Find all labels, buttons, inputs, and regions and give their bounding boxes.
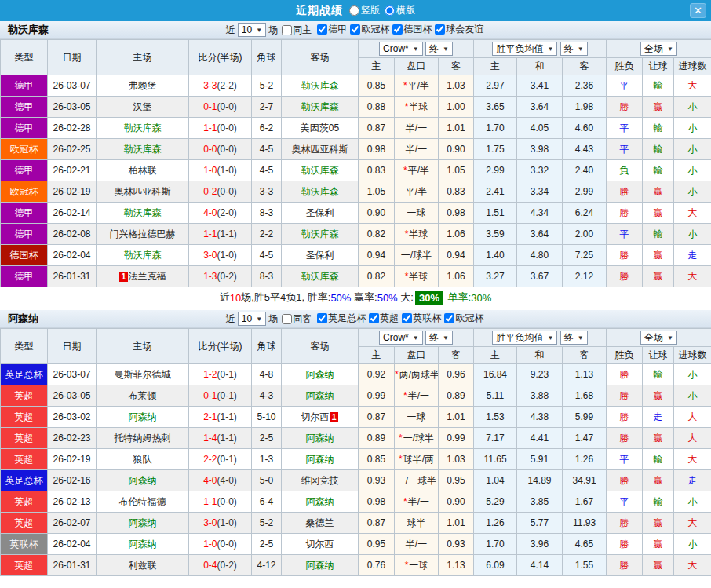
odds-stage-select[interactable]: 终▼ (425, 42, 453, 56)
radio-vertical-label[interactable]: 竖版 (361, 4, 380, 17)
cell-avg-win: 3.59 (474, 224, 517, 245)
team-name[interactable]: 阿森纳 (129, 411, 157, 422)
chevron-down-icon: ▼ (667, 43, 673, 55)
league-checkbox[interactable] (317, 313, 327, 323)
team-name[interactable]: 切尔西 (306, 539, 334, 550)
close-button[interactable]: ✕ (690, 3, 706, 18)
games-count-select[interactable]: 10 ▼ (238, 23, 266, 37)
league-filter[interactable]: 德甲 (315, 23, 347, 36)
team-name[interactable]: 勒沃库森 (124, 207, 162, 218)
same-venue-filter[interactable]: 同客 (280, 312, 312, 326)
chevron-down-icon: ▼ (413, 332, 419, 344)
team-name[interactable]: 柏林联 (129, 165, 157, 176)
cell-result: 勝 (607, 245, 643, 266)
team-name[interactable]: 阿森纳 (306, 560, 334, 571)
radio-horizontal-layout[interactable] (385, 5, 395, 16)
team-name[interactable]: 美因茨05 (301, 122, 339, 133)
league-checkbox[interactable] (444, 313, 454, 323)
wdl-stage-select[interactable]: 终▼ (560, 42, 588, 56)
odds-stage-select[interactable]: 终▼ (425, 331, 453, 345)
team-name[interactable]: 勒沃库森 (301, 101, 339, 112)
cell-away-team: 勒沃库森 (282, 97, 359, 118)
team-name[interactable]: 阿森纳 (129, 475, 157, 486)
team-name[interactable]: 勒沃库森 (301, 80, 339, 91)
league-filter[interactable]: 欧冠杯 (348, 23, 389, 36)
team-name[interactable]: 阿森纳 (129, 539, 157, 550)
league-checkbox[interactable] (402, 313, 412, 323)
league-filter[interactable]: 德国杯 (391, 23, 432, 36)
team-name[interactable]: 切尔西 (301, 411, 329, 422)
team-name[interactable]: 利兹联 (129, 560, 157, 571)
cell-league-type: 欧冠杯 (1, 181, 48, 203)
team-name[interactable]: 门兴格拉德巴赫 (110, 228, 176, 239)
team-name[interactable]: 布莱顿 (129, 390, 157, 401)
cell-handicap: *半球 (395, 97, 439, 118)
team-name[interactable]: 勒沃库森 (124, 122, 162, 133)
team-name[interactable]: 勒沃库森 (301, 228, 339, 239)
team-name[interactable]: 汉堡 (133, 101, 152, 112)
team-name[interactable]: 阿森纳 (306, 369, 334, 380)
team-name[interactable]: 桑德兰 (306, 517, 334, 528)
wdl-type-select[interactable]: 胜平负均值▼ (492, 331, 557, 345)
league-filter[interactable]: 球会友谊 (433, 23, 483, 36)
team-name[interactable]: 狼队 (133, 454, 152, 465)
team-name[interactable]: 维冈竞技 (301, 475, 339, 486)
team-name[interactable]: 勒沃库森 (124, 250, 162, 261)
cell-league-type: 英超 (1, 491, 48, 513)
games-count-value: 10 (242, 313, 252, 325)
team-name[interactable]: 阿森纳 (129, 517, 157, 528)
cell-odds-away: 1.03 (439, 449, 474, 470)
wdl-stage-select[interactable]: 终▼ (560, 331, 588, 345)
league-checkbox[interactable] (435, 24, 445, 35)
period-select[interactable]: 全场▼ (640, 42, 677, 56)
team-name[interactable]: 法兰克福 (129, 271, 166, 282)
league-filter[interactable]: 英足总杯 (315, 312, 366, 325)
team-name[interactable]: 奥林匹亚科斯 (292, 144, 348, 155)
team-name[interactable]: 勒沃库森 (124, 144, 162, 155)
cell-score: 4-0(2-0) (189, 203, 252, 224)
games-count-select[interactable]: 10 ▼ (238, 312, 266, 326)
league-filter[interactable]: 欧冠杯 (443, 312, 483, 325)
team-name[interactable]: 勒沃库森 (301, 165, 339, 176)
fulltime-score: 0-4 (203, 560, 217, 571)
odds-company-select[interactable]: Crow*▼ (379, 331, 423, 345)
league-checkbox[interactable] (369, 313, 379, 323)
cell-home-team: 阿森纳 (97, 407, 189, 428)
team-name[interactable]: 圣保利 (306, 250, 334, 261)
cell-avg-lose: 5.99 (563, 407, 607, 428)
period-select[interactable]: 全场▼ (640, 331, 677, 345)
cell-league-type: 德甲 (1, 118, 48, 139)
same-venue-checkbox[interactable] (282, 25, 292, 35)
same-venue-checkbox[interactable] (282, 314, 292, 324)
red-card-badge: 1 (119, 272, 127, 282)
radio-horizontal-label[interactable]: 横版 (396, 4, 415, 17)
col-date: 日期 (48, 40, 97, 75)
cell-odds-home: 0.85 (359, 75, 395, 97)
wdl-type-select[interactable]: 胜平负均值▼ (492, 42, 557, 56)
cell-avg-draw: 3.64 (517, 224, 563, 245)
team-name[interactable]: 勒沃库森 (301, 271, 339, 282)
team-name[interactable]: 布伦特福德 (119, 496, 166, 507)
match-row: 英超26-01-31利兹联0-4(0-2)4-12阿森纳0.76*一球1.136… (1, 555, 711, 576)
league-filter[interactable]: 英联杯 (400, 312, 441, 325)
league-checkbox[interactable] (317, 24, 327, 35)
team-name[interactable]: 勒沃库森 (301, 186, 339, 197)
team-name[interactable]: 弗赖堡 (129, 80, 157, 91)
team-name[interactable]: 阿森纳 (306, 433, 334, 444)
radio-vertical-layout[interactable] (349, 5, 359, 16)
cell-goals-result: 小 (674, 160, 711, 181)
team-name[interactable]: 托特纳姆热刺 (115, 433, 171, 444)
league-checkbox[interactable] (350, 24, 360, 35)
league-checkbox[interactable] (392, 24, 403, 35)
team-name[interactable]: 阿森纳 (306, 390, 334, 401)
team-name[interactable]: 阿森纳 (306, 496, 334, 507)
team-name[interactable]: 阿森纳 (306, 454, 334, 465)
team-name[interactable]: 圣保利 (306, 207, 334, 218)
odds-company-select[interactable]: Crow*▼ (379, 42, 423, 56)
team-name[interactable]: 曼斯菲尔德城 (115, 369, 171, 380)
same-venue-filter[interactable]: 同主 (280, 24, 312, 37)
team-name[interactable]: 奥林匹亚科斯 (115, 186, 171, 197)
league-filter[interactable]: 英超 (367, 312, 399, 325)
cell-handicap-result: 贏 (643, 97, 674, 118)
league-label: 欧冠杯 (455, 312, 483, 325)
